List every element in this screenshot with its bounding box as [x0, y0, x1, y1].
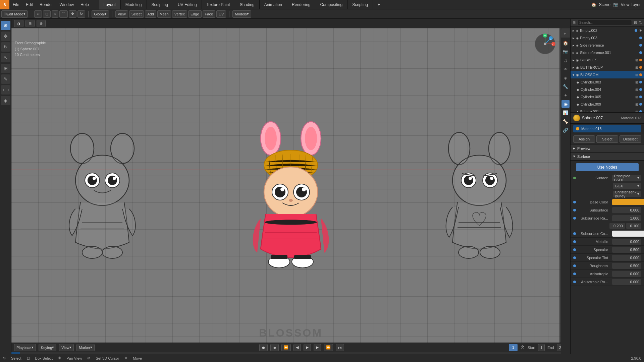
properties-tab-render[interactable]: 📷 [561, 48, 570, 56]
uv-menu-btn[interactable]: UV [216, 10, 226, 18]
tab-shading[interactable]: Shading [235, 0, 260, 9]
next-frame-btn[interactable]: ⏩ [324, 344, 333, 351]
mesh-menu-btn[interactable]: Mesh [157, 10, 171, 18]
surface-section-header[interactable]: ▾ Surface [571, 153, 644, 161]
box-select-btn[interactable]: ◻ [43, 10, 51, 18]
properties-tab-view[interactable]: 👁 [561, 65, 570, 73]
record-btn[interactable]: ⏺ [259, 344, 268, 351]
prev-frame-btn[interactable]: ⏪ [281, 344, 291, 351]
select-tool-btn[interactable]: ⊕ [34, 10, 42, 18]
mode-selector[interactable]: ⊞ Edit Mode ▾ [1, 10, 28, 18]
visibility-dot[interactable] [639, 37, 642, 39]
base-color-swatch[interactable] [612, 199, 644, 205]
tab-layout[interactable]: Layout [99, 0, 121, 9]
outliner-item[interactable]: ◆ Cylinder.009 ⊞ [571, 101, 644, 108]
tab-scripting[interactable]: Scripting [347, 0, 373, 9]
edge-menu-btn[interactable]: Edge [188, 10, 202, 18]
annotate-tool[interactable]: ✎ [1, 74, 10, 84]
face-menu-btn[interactable]: Face [203, 10, 215, 18]
subsurface-g-value[interactable]: 0.200 [609, 223, 625, 229]
outliner-item[interactable]: ▸ ◈ Side reference [571, 42, 644, 49]
vertex-menu-btn[interactable]: Vertex [172, 10, 187, 18]
visibility-dot[interactable] [639, 73, 642, 76]
outliner-item-blossom[interactable]: ▾ ◉ BLOSSOM ⊞ [571, 71, 644, 78]
tab-texture-paint[interactable]: Texture Paint [202, 0, 235, 9]
transform-selector[interactable]: Global ▾ [92, 10, 109, 18]
visibility-dot[interactable] [639, 51, 642, 54]
specular-tint-value[interactable]: 0.000 [612, 255, 641, 261]
outliner-item[interactable]: ◆ Cylinder.004 ⊞ [571, 86, 644, 93]
rotate-tool[interactable]: ↻ [1, 42, 10, 52]
menu-render[interactable]: Render [36, 0, 56, 9]
distribution-dropdown[interactable]: GGX ▾ [613, 183, 641, 189]
material-list-item[interactable]: Material.013 [573, 125, 641, 132]
visibility-dot[interactable] [639, 103, 642, 106]
subsurface-value[interactable]: 0.000 [612, 207, 641, 213]
viewport-gizmo-btn[interactable]: ⊕ [37, 20, 46, 27]
measure-tool[interactable]: ⟷ [1, 85, 10, 95]
tab-animation[interactable]: Animation [260, 0, 287, 9]
current-frame-display[interactable]: 1 [509, 344, 518, 351]
visibility-dot[interactable] [639, 59, 642, 61]
deselect-btn[interactable]: Deselect [620, 135, 641, 143]
properties-tab-modifier[interactable]: 🔧 [561, 82, 570, 90]
tab-compositing[interactable]: Compositing [315, 0, 347, 9]
preview-section-header[interactable]: ▸ Preview [571, 144, 644, 153]
zoom-in-btn[interactable]: + [560, 29, 569, 38]
subsurface-b-value[interactable]: 0.100 [626, 223, 642, 229]
properties-tab-bone[interactable]: 🦴 [561, 117, 570, 125]
next-keyframe-btn[interactable]: ▶ [314, 344, 321, 351]
properties-tab-object[interactable]: ◈ [561, 74, 570, 82]
overlay-selector[interactable]: Models ▾ [232, 10, 251, 18]
outliner-item[interactable]: ▸ ◈ Empty.002 👁 [571, 27, 644, 34]
metallic-value[interactable]: 0.000 [612, 239, 641, 245]
properties-tab-output[interactable]: 🖨 [561, 56, 570, 64]
outliner-item[interactable]: ▸ ◈ Side reference.001 [571, 49, 644, 56]
properties-tab-data[interactable]: 📊 [561, 109, 570, 117]
transform-tool[interactable]: ⊞ [1, 64, 10, 73]
menu-window[interactable]: Window [56, 0, 77, 9]
menu-help[interactable]: Help [77, 0, 92, 9]
scale-tool[interactable]: ⤡ [1, 53, 10, 62]
visibility-dot[interactable] [639, 88, 642, 91]
visibility-dot[interactable] [639, 66, 642, 69]
move-tool[interactable]: ✥ [1, 32, 10, 41]
subsurface-color-swatch[interactable] [612, 231, 644, 237]
keying-menu[interactable]: Keying ▾ [39, 344, 57, 351]
rotate-btn[interactable]: ↻ [77, 10, 85, 18]
outliner-item[interactable]: ▸ ◉ BUBBLES ⊞ [571, 56, 644, 64]
anisotropic-rot-value[interactable]: 0.000 [612, 279, 641, 285]
select-material-btn[interactable]: Select [596, 135, 618, 143]
tab-modeling[interactable]: Modeling [121, 0, 147, 9]
properties-tab-scene[interactable]: 🏠 [561, 39, 570, 47]
subsurface-radius-value[interactable]: 1.000 [612, 215, 641, 221]
play-btn[interactable]: ▶ [304, 344, 311, 351]
outliner-item[interactable]: ● Sphere.001 ⊞ [571, 108, 644, 113]
playback-menu[interactable]: Playback ▾ [14, 344, 36, 351]
tab-add[interactable]: + [373, 0, 385, 9]
properties-tab-constraint[interactable]: 🔗 [561, 126, 570, 134]
outliner-item[interactable]: ▸ ◈ Empty.003 [571, 34, 644, 42]
outliner-item[interactable]: ▸ ◉ BUTTERCUP ⊞ [571, 64, 644, 71]
visibility-dot[interactable] [639, 96, 642, 98]
view-menu[interactable]: View ▾ [59, 344, 74, 351]
circle-select-btn[interactable]: ○ [52, 10, 59, 18]
menu-edit[interactable]: Edit [22, 0, 36, 9]
nav-gizmo[interactable]: X Y Z [533, 32, 557, 56]
use-nodes-btn[interactable]: Use Nodes [576, 163, 639, 171]
prev-keyframe-btn[interactable]: ◀ [293, 344, 301, 351]
assign-btn[interactable]: Assign [573, 135, 595, 143]
menu-file[interactable]: File [9, 0, 22, 9]
tab-uv-editing[interactable]: UV Editing [173, 0, 202, 9]
specular-value[interactable]: 0.500 [612, 247, 641, 253]
viewport-options-btn[interactable]: ⊟ [25, 20, 35, 27]
outliner-item[interactable]: ◆ Cylinder.005 ⊞ [571, 93, 644, 101]
subsurface-method-dropdown[interactable]: Christensen-Burley ▾ [613, 191, 641, 197]
viewport-area[interactable]: ◑ ⊟ ⊕ Front Orthographic (1) Sphere.007 … [11, 19, 570, 362]
outliner-search[interactable] [578, 20, 632, 26]
anisotropic-value[interactable]: 0.000 [612, 271, 641, 277]
marker-menu[interactable]: Marker ▾ [76, 344, 95, 351]
move-btn[interactable]: ✥ [69, 10, 76, 18]
add-tool[interactable]: ◈ [1, 96, 10, 105]
viewport-canvas[interactable]: Front Orthographic (1) Sphere.007 10 Cen… [11, 28, 570, 343]
